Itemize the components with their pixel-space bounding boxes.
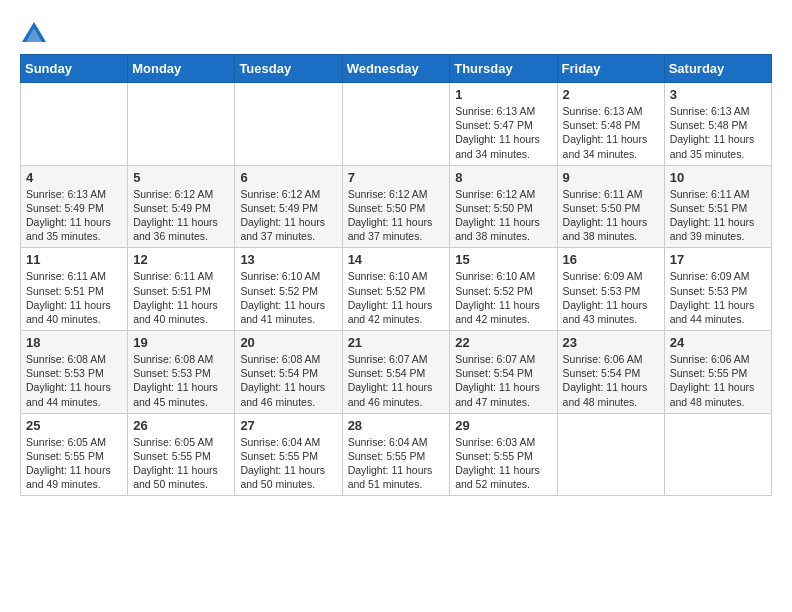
calendar-week-row: 18Sunrise: 6:08 AMSunset: 5:53 PMDayligh… <box>21 331 772 414</box>
day-info: Sunrise: 6:12 AMSunset: 5:50 PMDaylight:… <box>455 187 551 244</box>
calendar-week-row: 25Sunrise: 6:05 AMSunset: 5:55 PMDayligh… <box>21 413 772 496</box>
calendar-cell: 9Sunrise: 6:11 AMSunset: 5:50 PMDaylight… <box>557 165 664 248</box>
calendar-cell: 29Sunrise: 6:03 AMSunset: 5:55 PMDayligh… <box>450 413 557 496</box>
day-info: Sunrise: 6:13 AMSunset: 5:49 PMDaylight:… <box>26 187 122 244</box>
day-info: Sunrise: 6:08 AMSunset: 5:53 PMDaylight:… <box>26 352 122 409</box>
page-header <box>20 20 772 48</box>
day-number: 9 <box>563 170 659 185</box>
calendar-cell <box>235 83 342 166</box>
day-of-week-header: Friday <box>557 55 664 83</box>
day-info: Sunrise: 6:04 AMSunset: 5:55 PMDaylight:… <box>348 435 445 492</box>
day-info: Sunrise: 6:09 AMSunset: 5:53 PMDaylight:… <box>563 269 659 326</box>
day-number: 25 <box>26 418 122 433</box>
day-number: 26 <box>133 418 229 433</box>
calendar-cell: 12Sunrise: 6:11 AMSunset: 5:51 PMDayligh… <box>128 248 235 331</box>
day-number: 16 <box>563 252 659 267</box>
day-info: Sunrise: 6:10 AMSunset: 5:52 PMDaylight:… <box>455 269 551 326</box>
calendar-cell: 11Sunrise: 6:11 AMSunset: 5:51 PMDayligh… <box>21 248 128 331</box>
day-number: 7 <box>348 170 445 185</box>
calendar-header-row: SundayMondayTuesdayWednesdayThursdayFrid… <box>21 55 772 83</box>
day-info: Sunrise: 6:04 AMSunset: 5:55 PMDaylight:… <box>240 435 336 492</box>
logo-icon <box>20 20 48 48</box>
day-info: Sunrise: 6:03 AMSunset: 5:55 PMDaylight:… <box>455 435 551 492</box>
calendar-cell: 28Sunrise: 6:04 AMSunset: 5:55 PMDayligh… <box>342 413 450 496</box>
calendar-cell: 2Sunrise: 6:13 AMSunset: 5:48 PMDaylight… <box>557 83 664 166</box>
calendar-cell: 13Sunrise: 6:10 AMSunset: 5:52 PMDayligh… <box>235 248 342 331</box>
calendar-cell: 10Sunrise: 6:11 AMSunset: 5:51 PMDayligh… <box>664 165 771 248</box>
calendar-cell: 18Sunrise: 6:08 AMSunset: 5:53 PMDayligh… <box>21 331 128 414</box>
calendar-cell: 23Sunrise: 6:06 AMSunset: 5:54 PMDayligh… <box>557 331 664 414</box>
day-info: Sunrise: 6:12 AMSunset: 5:50 PMDaylight:… <box>348 187 445 244</box>
calendar-week-row: 11Sunrise: 6:11 AMSunset: 5:51 PMDayligh… <box>21 248 772 331</box>
day-number: 2 <box>563 87 659 102</box>
day-number: 8 <box>455 170 551 185</box>
day-number: 1 <box>455 87 551 102</box>
day-number: 11 <box>26 252 122 267</box>
day-number: 28 <box>348 418 445 433</box>
day-info: Sunrise: 6:13 AMSunset: 5:48 PMDaylight:… <box>563 104 659 161</box>
day-of-week-header: Tuesday <box>235 55 342 83</box>
day-info: Sunrise: 6:06 AMSunset: 5:55 PMDaylight:… <box>670 352 766 409</box>
calendar-cell: 22Sunrise: 6:07 AMSunset: 5:54 PMDayligh… <box>450 331 557 414</box>
day-info: Sunrise: 6:13 AMSunset: 5:48 PMDaylight:… <box>670 104 766 161</box>
day-info: Sunrise: 6:06 AMSunset: 5:54 PMDaylight:… <box>563 352 659 409</box>
day-number: 13 <box>240 252 336 267</box>
day-number: 23 <box>563 335 659 350</box>
day-of-week-header: Thursday <box>450 55 557 83</box>
calendar-cell <box>664 413 771 496</box>
day-number: 29 <box>455 418 551 433</box>
calendar-cell: 24Sunrise: 6:06 AMSunset: 5:55 PMDayligh… <box>664 331 771 414</box>
calendar-cell: 20Sunrise: 6:08 AMSunset: 5:54 PMDayligh… <box>235 331 342 414</box>
calendar-cell: 17Sunrise: 6:09 AMSunset: 5:53 PMDayligh… <box>664 248 771 331</box>
calendar-cell: 16Sunrise: 6:09 AMSunset: 5:53 PMDayligh… <box>557 248 664 331</box>
calendar-cell: 25Sunrise: 6:05 AMSunset: 5:55 PMDayligh… <box>21 413 128 496</box>
calendar-cell <box>557 413 664 496</box>
calendar-cell <box>128 83 235 166</box>
day-info: Sunrise: 6:11 AMSunset: 5:51 PMDaylight:… <box>26 269 122 326</box>
day-number: 6 <box>240 170 336 185</box>
day-number: 17 <box>670 252 766 267</box>
calendar-cell: 5Sunrise: 6:12 AMSunset: 5:49 PMDaylight… <box>128 165 235 248</box>
calendar-cell: 15Sunrise: 6:10 AMSunset: 5:52 PMDayligh… <box>450 248 557 331</box>
day-info: Sunrise: 6:11 AMSunset: 5:50 PMDaylight:… <box>563 187 659 244</box>
day-number: 3 <box>670 87 766 102</box>
calendar-week-row: 4Sunrise: 6:13 AMSunset: 5:49 PMDaylight… <box>21 165 772 248</box>
day-info: Sunrise: 6:12 AMSunset: 5:49 PMDaylight:… <box>240 187 336 244</box>
day-info: Sunrise: 6:11 AMSunset: 5:51 PMDaylight:… <box>133 269 229 326</box>
day-number: 15 <box>455 252 551 267</box>
calendar-cell <box>342 83 450 166</box>
day-info: Sunrise: 6:07 AMSunset: 5:54 PMDaylight:… <box>348 352 445 409</box>
day-number: 22 <box>455 335 551 350</box>
day-number: 19 <box>133 335 229 350</box>
day-number: 18 <box>26 335 122 350</box>
day-of-week-header: Saturday <box>664 55 771 83</box>
day-info: Sunrise: 6:05 AMSunset: 5:55 PMDaylight:… <box>26 435 122 492</box>
calendar-cell: 21Sunrise: 6:07 AMSunset: 5:54 PMDayligh… <box>342 331 450 414</box>
calendar-cell: 1Sunrise: 6:13 AMSunset: 5:47 PMDaylight… <box>450 83 557 166</box>
day-number: 14 <box>348 252 445 267</box>
day-number: 21 <box>348 335 445 350</box>
calendar-cell: 4Sunrise: 6:13 AMSunset: 5:49 PMDaylight… <box>21 165 128 248</box>
calendar-cell: 27Sunrise: 6:04 AMSunset: 5:55 PMDayligh… <box>235 413 342 496</box>
calendar-cell: 19Sunrise: 6:08 AMSunset: 5:53 PMDayligh… <box>128 331 235 414</box>
calendar-cell: 7Sunrise: 6:12 AMSunset: 5:50 PMDaylight… <box>342 165 450 248</box>
day-number: 20 <box>240 335 336 350</box>
calendar-cell: 3Sunrise: 6:13 AMSunset: 5:48 PMDaylight… <box>664 83 771 166</box>
day-number: 4 <box>26 170 122 185</box>
day-of-week-header: Wednesday <box>342 55 450 83</box>
day-info: Sunrise: 6:05 AMSunset: 5:55 PMDaylight:… <box>133 435 229 492</box>
day-of-week-header: Monday <box>128 55 235 83</box>
day-info: Sunrise: 6:08 AMSunset: 5:53 PMDaylight:… <box>133 352 229 409</box>
day-info: Sunrise: 6:11 AMSunset: 5:51 PMDaylight:… <box>670 187 766 244</box>
day-number: 24 <box>670 335 766 350</box>
day-number: 5 <box>133 170 229 185</box>
day-info: Sunrise: 6:13 AMSunset: 5:47 PMDaylight:… <box>455 104 551 161</box>
day-number: 10 <box>670 170 766 185</box>
day-number: 12 <box>133 252 229 267</box>
calendar-cell: 6Sunrise: 6:12 AMSunset: 5:49 PMDaylight… <box>235 165 342 248</box>
day-number: 27 <box>240 418 336 433</box>
day-info: Sunrise: 6:12 AMSunset: 5:49 PMDaylight:… <box>133 187 229 244</box>
day-info: Sunrise: 6:10 AMSunset: 5:52 PMDaylight:… <box>240 269 336 326</box>
logo <box>20 20 52 48</box>
calendar-cell <box>21 83 128 166</box>
